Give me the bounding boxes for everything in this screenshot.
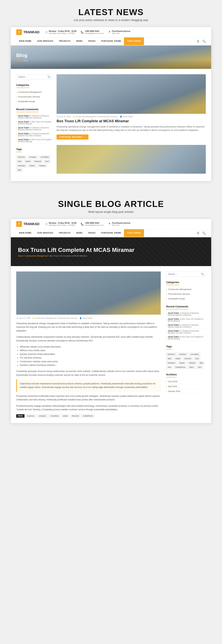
- sidebar-recent-comments: Recent Comments Jacob Trader on Veterans…: [16, 108, 52, 144]
- nav-bar: MAIN HOME OUR SERVICES PROJECTS NEWS PAG…: [11, 38, 211, 46]
- sidebar-search-box[interactable]: 🔍: [16, 74, 52, 80]
- blog-post-image-2: [57, 145, 206, 174]
- tag-financial[interactable]: financial: [33, 160, 43, 163]
- tag-business[interactable]: business: [16, 155, 27, 159]
- article-tag-1[interactable]: company: [37, 414, 48, 418]
- article-tag-5[interactable]: modeltheme: [81, 414, 94, 418]
- article-recent-comment-1[interactable]: Jacob Trader on Veterans in Business Net…: [166, 311, 206, 317]
- nav2-projects[interactable]: PROJECTS: [56, 229, 73, 237]
- recent-comment-5[interactable]: Jacob Trader on Box Truss Lift Complete …: [16, 138, 52, 144]
- article-search-input[interactable]: [168, 273, 201, 276]
- logo-text-2: TRANKAD: [23, 222, 39, 226]
- archive-3[interactable]: January 2018: [166, 389, 206, 394]
- tag-food[interactable]: food: [44, 160, 50, 163]
- article-p2: Collaboratively administrate empowered m…: [16, 335, 161, 342]
- search-input[interactable]: [18, 76, 47, 78]
- article-bullets: Efficiently unleash cross-media informat…: [20, 345, 161, 367]
- art-tag-13[interactable]: place: [188, 366, 195, 369]
- article-recent-comment-3[interactable]: Jacob Trader on Veterans in Business Net…: [166, 323, 206, 329]
- article-category-1[interactable]: Construction Management: [166, 287, 206, 292]
- art-tag-4[interactable]: estate: [174, 357, 182, 360]
- category-item-1[interactable]: Construction Management: [16, 90, 52, 94]
- logo-text: TRANKAD: [23, 30, 39, 34]
- art-tag-2[interactable]: consulting: [189, 352, 200, 356]
- art-tag-9[interactable]: holidays: [187, 361, 197, 364]
- article-sidebar-recent-comments: Recent Comments Jacob Trader on Veterans…: [166, 305, 206, 341]
- nav-our-services[interactable]: OUR SERVICES: [34, 38, 56, 45]
- art-tag-11[interactable]: mac: [166, 366, 173, 369]
- article-recent-comment-4[interactable]: Jacob Trader on Trankad Construction Awa…: [166, 329, 206, 335]
- continue-reading-btn[interactable]: CONTINUE READING: [57, 134, 88, 140]
- logo[interactable]: T TRANKAD: [16, 29, 39, 35]
- nav-pages[interactable]: PAGES: [85, 38, 98, 45]
- tag-light[interactable]: light: [16, 168, 23, 172]
- menu-icon[interactable]: ☰: [197, 40, 199, 43]
- nav-purchase-theme[interactable]: PURCHASE THEME: [98, 38, 124, 45]
- recent-comment-1[interactable]: Jacob Trader on Veterans in Business Net…: [16, 114, 52, 120]
- article-recent-comment-2[interactable]: Jacob Trader on Box Truss Lift Complete …: [166, 317, 206, 323]
- section2-title: SINGLE BLOG ARTICLE: [4, 199, 218, 209]
- blog-post-title-1[interactable]: Box Truss Lift Complete at MCAS Miramar: [57, 119, 206, 123]
- blog-post-meta-1: 🕐 June 31, 2018 📁 Construction Managemen…: [57, 116, 206, 118]
- nav2-tools-menu[interactable]: TOOLS MENU: [124, 229, 144, 237]
- nav2-news[interactable]: NEWS: [73, 229, 85, 237]
- tag-hardware[interactable]: hardware: [16, 164, 27, 168]
- article-tag-0[interactable]: business: [26, 414, 36, 418]
- section2-subtitle: Multi layout single blog post articles: [4, 210, 218, 214]
- bullet-1: Efficiently unleash cross-media informat…: [20, 345, 161, 348]
- art-tag-1[interactable]: company: [177, 352, 188, 356]
- logo-2[interactable]: T TRANKAD: [16, 221, 39, 227]
- nav2-purchase-theme[interactable]: PURCHASE THEME: [98, 229, 124, 237]
- recent-comment-3[interactable]: Jacob Trader on Veterans in Business Net…: [16, 126, 52, 132]
- tag-dark[interactable]: dark: [16, 160, 23, 163]
- article-search-icon: 🔍: [201, 273, 204, 276]
- tag-hipster[interactable]: hipster: [28, 164, 37, 168]
- art-tag-5[interactable]: financial: [183, 357, 193, 360]
- tag-estate[interactable]: estate: [24, 160, 32, 163]
- hero1-breadcrumb: Home / Blog: [16, 59, 206, 62]
- categories-title: Categories: [16, 84, 29, 88]
- tag-holidays[interactable]: holidays: [38, 164, 47, 168]
- address-text: Pensilvania Avenue New York: [112, 30, 131, 34]
- article-tag-2[interactable]: consulting: [49, 414, 60, 418]
- tag-company[interactable]: company: [27, 155, 38, 159]
- article-sidebar-categories: Categories Construction Management Preco…: [166, 281, 206, 301]
- archive-1[interactable]: June 2018: [166, 379, 206, 384]
- article-tag-3[interactable]: estate: [61, 414, 69, 418]
- archive-2[interactable]: April 2018: [166, 384, 206, 389]
- tags-label: Tags:: [16, 414, 25, 418]
- article-category-2[interactable]: Preconstruction Services: [166, 292, 206, 296]
- article-categories-title: Categories: [166, 281, 179, 285]
- nav-main-home[interactable]: MAIN HOME: [16, 38, 34, 45]
- art-tag-8[interactable]: hipster: [178, 361, 186, 364]
- article-sidebar: 🔍 Categories Construction Management Pre…: [166, 272, 206, 418]
- nav-tools-menu[interactable]: TOOLS MENU: [124, 38, 144, 45]
- menu-icon-2[interactable]: ☰: [197, 232, 199, 235]
- nav-news[interactable]: NEWS: [73, 38, 85, 45]
- nav2-our-services[interactable]: OUR SERVICES: [34, 229, 56, 237]
- article-category-3[interactable]: Sustainable Design: [166, 296, 206, 301]
- category-item-2[interactable]: Preconstruction Services: [16, 94, 52, 99]
- art-tag-3[interactable]: dark: [166, 357, 173, 360]
- recent-comment-4[interactable]: Jacob Trader on Trankad Construction Awa…: [16, 132, 52, 138]
- search-nav-icon-2[interactable]: 🔍: [202, 232, 206, 235]
- tag-consulting[interactable]: consulting: [39, 155, 50, 159]
- art-tag-12[interactable]: modeltheme: [174, 366, 187, 369]
- recent-comment-2[interactable]: Jacob Trader on Box Truss Lift Complete …: [16, 120, 52, 126]
- article-recent-comment-5[interactable]: Jacob Trader on Box Truss Lift Complete …: [166, 335, 206, 341]
- article-image: [16, 272, 161, 315]
- article-tags-title: Tags: [166, 345, 172, 349]
- art-tag-10[interactable]: light: [198, 361, 204, 364]
- nav-projects[interactable]: PROJECTS: [56, 38, 73, 45]
- art-tag-0[interactable]: business: [166, 352, 176, 356]
- search-nav-icon[interactable]: 🔍: [202, 40, 206, 43]
- category-item-3[interactable]: Sustainable Design: [16, 99, 52, 104]
- article-meta: 🕐 June 31, 2018 📁 Construction Managemen…: [16, 317, 161, 319]
- art-tag-7[interactable]: hardware: [166, 361, 177, 364]
- article-sidebar-search[interactable]: 🔍: [166, 272, 206, 277]
- nav2-main-home[interactable]: MAIN HOME: [16, 229, 34, 237]
- art-tag-6[interactable]: food: [193, 357, 200, 360]
- art-tag-14[interactable]: retro: [196, 366, 203, 369]
- nav2-pages[interactable]: PAGES: [85, 229, 98, 237]
- article-tag-4[interactable]: financial: [70, 414, 80, 418]
